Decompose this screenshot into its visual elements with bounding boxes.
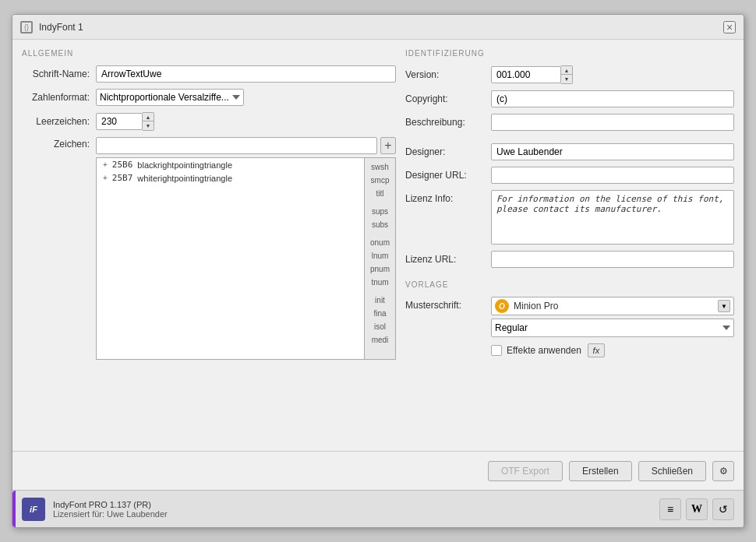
status-text: IndyFont PRO 1.137 (PR) Lizensiert für: … xyxy=(53,500,652,519)
status-line2: Lizensiert für: Uwe Laubender xyxy=(53,509,652,519)
version-spinner-btns: ▲ ▼ xyxy=(561,65,573,84)
window-title: IndyFont 1 xyxy=(39,22,83,33)
zeichen-label: Zeichen: xyxy=(22,137,96,150)
font-name-select[interactable]: O Minion Pro ▼ xyxy=(491,297,734,315)
designer-url-row: Designer URL: xyxy=(405,167,734,184)
font-name-text: Minion Pro xyxy=(514,301,718,311)
sidebar-tags: swsh smcp titl sups subs onum lnum pnum … xyxy=(365,157,396,360)
add-char-button[interactable]: + xyxy=(380,137,396,154)
effekte-row: Effekte anwenden fx xyxy=(491,343,734,357)
zahlenformat-select[interactable]: Nichtproportionale Versalziffe... xyxy=(96,89,244,106)
version-up-button[interactable]: ▲ xyxy=(561,66,572,75)
beschreibung-row: Beschreibung: xyxy=(405,114,734,131)
lizenz-url-input[interactable] xyxy=(491,251,734,268)
window-icon: {} xyxy=(20,21,33,33)
leerzeichen-row: Leerzeichen: ▲ ▼ xyxy=(22,112,396,131)
effekte-checkbox[interactable] xyxy=(491,345,502,356)
list-item[interactable]: + 25B6 blackrightpointingtriangle xyxy=(97,158,364,171)
schrift-name-label: Schrift-Name: xyxy=(22,69,96,79)
tag-init[interactable]: init xyxy=(366,294,394,306)
beschreibung-label: Beschreibung: xyxy=(405,117,491,128)
musterschrift-row: Musterschrift: O Minion Pro ▼ Regular xyxy=(405,297,734,337)
designer-url-input[interactable] xyxy=(491,167,734,184)
copyright-label: Copyright: xyxy=(405,93,491,104)
effekte-label: Effekte anwenden xyxy=(507,345,581,356)
tag-tnum[interactable]: tnum xyxy=(366,276,394,288)
version-down-button[interactable]: ▼ xyxy=(561,75,572,83)
designer-label: Designer: xyxy=(405,146,491,157)
bottom-toolbar: OTF Export Erstellen Schließen ⚙ xyxy=(12,451,744,490)
fx-button[interactable]: fx xyxy=(588,343,605,357)
tag-swsh[interactable]: swsh xyxy=(366,161,394,173)
tag-fina[interactable]: fina xyxy=(366,308,394,319)
zeichen-row: Zeichen: + + 25B6 blackrightpointingtria… xyxy=(22,137,396,360)
status-icon-tw[interactable]: W xyxy=(686,498,708,520)
schrift-name-row: Schrift-Name: xyxy=(22,65,396,83)
tag-onum[interactable]: onum xyxy=(366,237,394,248)
tag-isol[interactable]: isol xyxy=(366,321,394,333)
schliessen-button[interactable]: Schließen xyxy=(638,461,706,481)
tag-pnum[interactable]: pnum xyxy=(366,263,394,275)
leerzeichen-label: Leerzeichen: xyxy=(22,116,96,127)
settings-button[interactable]: ⚙ xyxy=(712,461,734,481)
otf-export-button[interactable]: OTF Export xyxy=(488,461,563,481)
leerzeichen-input[interactable] xyxy=(96,113,143,130)
version-label: Version: xyxy=(405,69,491,80)
version-input[interactable] xyxy=(491,66,561,83)
if-badge: iF xyxy=(22,498,45,521)
version-row: Version: ▲ ▼ xyxy=(405,65,734,84)
lizenz-url-label: Lizenz URL: xyxy=(405,254,491,265)
designer-row: Designer: xyxy=(405,143,734,160)
designer-input[interactable] xyxy=(491,143,734,160)
tag-subs[interactable]: subs xyxy=(366,219,394,231)
erstellen-button[interactable]: Erstellen xyxy=(569,461,632,481)
left-panel: ALLGEMEIN Schrift-Name: Zahlenformat: Ni… xyxy=(22,49,396,442)
schrift-name-input[interactable] xyxy=(96,65,396,83)
status-line1: IndyFont PRO 1.137 (PR) xyxy=(53,500,652,509)
tag-sups[interactable]: sups xyxy=(366,206,394,217)
leerzeichen-spinner-btns: ▲ ▼ xyxy=(143,112,154,131)
lizenz-info-row: Lizenz Info: For information on the lice… xyxy=(405,190,734,245)
font-icon: O xyxy=(495,299,509,313)
font-style-select[interactable]: Regular xyxy=(491,319,734,337)
designer-url-label: Designer URL: xyxy=(405,170,491,181)
font-name-dropdown-arrow[interactable]: ▼ xyxy=(718,300,730,312)
tag-medi[interactable]: medi xyxy=(366,334,394,346)
status-icon-refresh[interactable]: ↺ xyxy=(712,498,734,520)
tag-smcp[interactable]: smcp xyxy=(366,174,394,186)
musterschrift-selects: O Minion Pro ▼ Regular xyxy=(491,297,734,337)
zahlenformat-row: Zahlenformat: Nichtproportionale Versalz… xyxy=(22,89,396,106)
char-list-area: + 25B6 blackrightpointingtriangle + 25B7… xyxy=(96,157,396,360)
close-button[interactable]: × xyxy=(723,21,736,33)
leerzeichen-up-button[interactable]: ▲ xyxy=(143,113,154,121)
copyright-input[interactable] xyxy=(491,90,734,107)
lizenz-info-label: Lizenz Info: xyxy=(405,190,491,204)
char-input-row: + xyxy=(96,137,396,154)
status-icons: ≡ W ↺ xyxy=(659,498,734,520)
beschreibung-input[interactable] xyxy=(491,114,734,131)
allgemein-header: ALLGEMEIN xyxy=(22,49,396,58)
tag-lnum[interactable]: lnum xyxy=(366,250,394,262)
statusbar: iF IndyFont PRO 1.137 (PR) Lizensiert fü… xyxy=(12,490,744,527)
zeichen-input[interactable] xyxy=(96,137,377,154)
vorlage-section: VORLAGE Musterschrift: O Minion Pro ▼ xyxy=(405,280,734,357)
musterschrift-label: Musterschrift: xyxy=(405,297,491,311)
version-spinner: ▲ ▼ xyxy=(491,65,573,84)
copyright-row: Copyright: xyxy=(405,90,734,107)
leerzeichen-spinner: ▲ ▼ xyxy=(96,112,154,131)
status-icon-table[interactable]: ≡ xyxy=(659,498,681,520)
tag-titl[interactable]: titl xyxy=(366,188,394,199)
leerzeichen-down-button[interactable]: ▼ xyxy=(143,121,154,130)
vorlage-header: VORLAGE xyxy=(405,280,734,289)
lizenz-url-row: Lizenz URL: xyxy=(405,251,734,268)
list-item[interactable]: + 25B7 whiterightpointingtriangle xyxy=(97,171,364,185)
lizenz-info-textarea[interactable]: For information on the license of this f… xyxy=(491,190,734,245)
right-panel: IDENTIFIZIERUNG Version: ▲ ▼ Copyright: xyxy=(405,49,734,442)
titlebar: {} IndyFont 1 × xyxy=(12,15,744,40)
zahlenformat-label: Zahlenformat: xyxy=(22,92,96,103)
zeichen-input-wrap: + + 25B6 blackrightpointingtriangle + 25 xyxy=(96,137,396,360)
identifizierung-header: IDENTIFIZIERUNG xyxy=(405,49,734,58)
left-accent-border xyxy=(12,491,16,527)
char-list[interactable]: + 25B6 blackrightpointingtriangle + 25B7… xyxy=(96,157,365,360)
